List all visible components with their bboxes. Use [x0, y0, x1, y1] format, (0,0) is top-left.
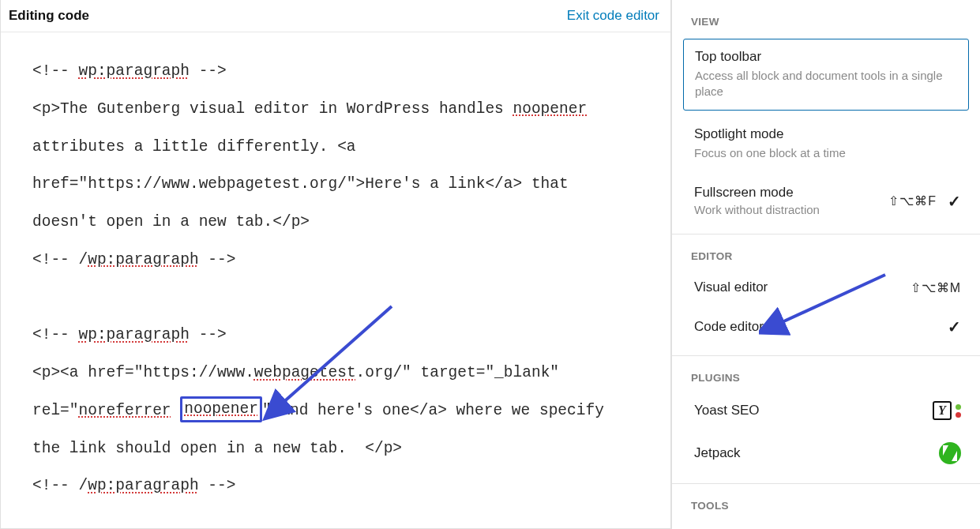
section-plugins-label: PLUGINS — [672, 356, 980, 390]
section-view-label: VIEW — [672, 0, 980, 34]
yoast-icon: Y — [933, 401, 961, 420]
editor-header: Editing code Exit code editor — [1, 0, 670, 32]
tool-manage-reusable[interactable]: Manage Reusable blocks — [672, 518, 980, 529]
shortcut-visual: ⇧⌥⌘M — [911, 280, 961, 295]
jetpack-icon — [939, 442, 961, 464]
option-top-toolbar[interactable]: Top toolbar Access all block and documen… — [683, 39, 969, 111]
check-icon: ✓ — [948, 192, 961, 211]
option-fullscreen-mode[interactable]: Fullscreen mode Work without distraction… — [672, 177, 980, 226]
option-code-editor[interactable]: Code editor ✓ — [672, 306, 980, 347]
shortcut-fullscreen: ⇧⌥⌘F — [888, 193, 937, 208]
noopener-highlight: noopener — [180, 396, 262, 422]
code-textarea[interactable]: <!-- wp:paragraph --> <p>The Gutenberg v… — [1, 32, 670, 526]
code-editor-panel: Editing code Exit code editor <!-- wp:pa… — [0, 0, 671, 529]
plugin-yoast[interactable]: Yoast SEO Y — [672, 390, 980, 431]
plugin-jetpack[interactable]: Jetpack — [672, 431, 980, 475]
editor-title: Editing code — [9, 8, 89, 24]
exit-code-editor-link[interactable]: Exit code editor — [567, 8, 659, 24]
option-visual-editor[interactable]: Visual editor ⇧⌥⌘M — [672, 268, 980, 306]
section-tools-label: TOOLS — [672, 484, 980, 518]
section-editor-label: EDITOR — [672, 234, 980, 268]
option-spotlight-mode[interactable]: Spotlight mode Focus on one block at a t… — [683, 117, 969, 171]
check-icon: ✓ — [948, 317, 961, 336]
options-sidebar: VIEW Top toolbar Access all block and do… — [671, 0, 980, 529]
